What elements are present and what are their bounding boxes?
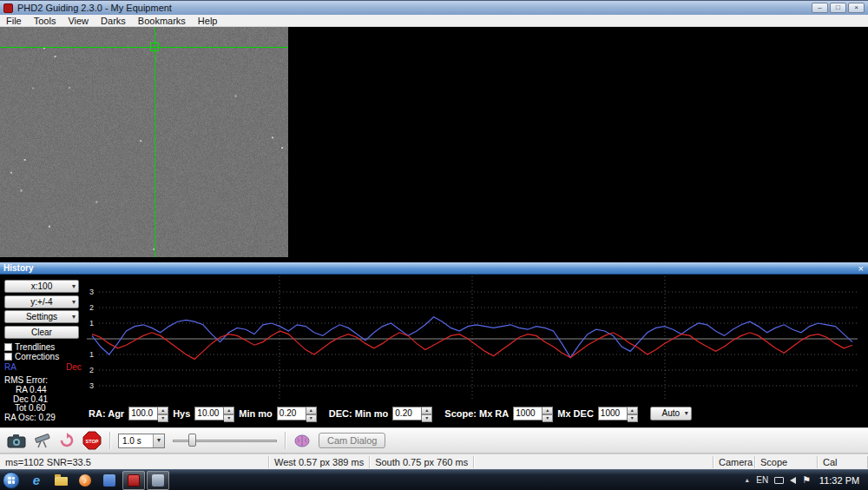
guide-star-lock-box [150, 43, 159, 51]
stop-icon[interactable]: STOP [82, 431, 102, 450]
menu-file[interactable]: File [0, 15, 28, 27]
max-ra-value[interactable]: 1000 [513, 407, 542, 420]
close-button[interactable]: × [848, 3, 865, 13]
guiding-history-graph: 321123 [87, 276, 858, 401]
spin-down-icon[interactable]: ▾ [224, 414, 234, 422]
camera-icon[interactable] [7, 434, 26, 448]
status-scope: Scope [755, 456, 818, 468]
spin-down-icon[interactable]: ▾ [306, 414, 317, 422]
history-caption-bar[interactable]: History × [0, 262, 868, 275]
ra-minmove-value[interactable]: 0.20 [277, 407, 306, 420]
exposure-duration-select[interactable]: 1.0 s ▾ [118, 434, 165, 448]
max-dec-value[interactable]: 1000 [598, 407, 628, 420]
x-scale-dropdown[interactable]: x:100 ▾ [4, 280, 79, 293]
media-player-icon: ♪ [79, 474, 91, 487]
spin-down-icon[interactable]: ▾ [542, 414, 553, 422]
spin-down-icon[interactable]: ▾ [422, 414, 432, 422]
hysteresis-value[interactable]: 10.00 [194, 407, 224, 420]
phd2-window: PHD2 Guiding 2.3.0 - My Equipment – □ × … [0, 0, 868, 490]
rms-ra-value: RA 0.44 [16, 385, 47, 394]
gamma-slider[interactable] [173, 433, 277, 448]
taskbar-explorer-button[interactable] [49, 471, 72, 490]
spin-up-icon[interactable]: ▴ [158, 407, 168, 414]
ra-aggression-value[interactable]: 100.0 [128, 407, 158, 420]
brain-icon[interactable] [293, 434, 311, 448]
chevron-down-icon: ▾ [72, 296, 76, 308]
menu-view[interactable]: View [62, 15, 95, 27]
system-tray: ▲ EN ⚑ 11:32 PM [744, 474, 868, 486]
status-south-correction: South 0.75 px 760 ms [370, 456, 474, 468]
menu-tools[interactable]: Tools [28, 15, 62, 27]
chevron-down-icon[interactable]: ▾ [153, 434, 164, 447]
svg-text:3: 3 [89, 288, 94, 296]
menubar: File Tools View Darks Bookmarks Help [0, 15, 868, 27]
network-icon[interactable] [774, 477, 784, 484]
menu-darks[interactable]: Darks [95, 15, 132, 27]
windows-logo-icon [8, 477, 15, 484]
action-center-flag-icon[interactable]: ⚑ [802, 474, 811, 486]
max-dec-spinner[interactable]: 1000 ▴▾ [598, 407, 638, 420]
settings-dropdown[interactable]: Settings ▾ [4, 310, 79, 323]
hysteresis-spinner[interactable]: 10.00 ▴▾ [194, 407, 234, 420]
svg-text:1: 1 [89, 350, 94, 359]
phd2-taskbar-icon [128, 474, 140, 487]
taskbar-app-button[interactable] [98, 471, 121, 490]
trendlines-checkbox[interactable] [4, 343, 12, 351]
x-scale-value: x:100 [31, 281, 52, 291]
spin-up-icon[interactable]: ▴ [224, 407, 234, 414]
corrections-checkbox[interactable] [4, 353, 12, 361]
maximize-button[interactable]: □ [830, 3, 846, 13]
caption-buttons: – □ × [812, 3, 865, 13]
volume-icon[interactable] [790, 477, 796, 484]
svg-text:2: 2 [89, 366, 94, 374]
ra-minmove-label: Min mo [239, 408, 273, 419]
guide-camera-image[interactable] [0, 27, 288, 257]
menu-help[interactable]: Help [192, 15, 224, 27]
start-button[interactable] [3, 472, 20, 489]
dec-minmove-label: DEC: Min mo [329, 408, 388, 419]
dec-mode-dropdown[interactable]: Auto ▾ [650, 407, 692, 420]
dec-minmove-value[interactable]: 0.20 [392, 407, 422, 420]
ra-minmove-spinner[interactable]: 0.20 ▴▾ [277, 407, 317, 420]
dec-mode-value: Auto [662, 408, 681, 418]
loop-exposures-icon[interactable] [59, 433, 75, 448]
spin-up-icon[interactable]: ▴ [422, 407, 432, 414]
history-panel-title: History [0, 263, 33, 273]
history-close-icon[interactable]: × [858, 262, 864, 275]
telescope-icon[interactable] [34, 433, 51, 448]
svg-text:2: 2 [89, 303, 94, 312]
svg-text:1: 1 [89, 319, 94, 328]
menu-bookmarks[interactable]: Bookmarks [132, 15, 192, 27]
trendlines-checkbox-row[interactable]: Trendlines [4, 342, 55, 352]
taskbar-app2-button[interactable] [147, 471, 169, 490]
titlebar[interactable]: PHD2 Guiding 2.3.0 - My Equipment – □ × [0, 0, 868, 15]
scope-maxra-label: Scope: Mx RA [444, 408, 509, 419]
status-west-correction: West 0.57 px 389 ms [269, 456, 370, 468]
windows-taskbar: e ♪ ▲ EN ⚑ 11:32 PM [0, 469, 868, 490]
tray-chevron-icon[interactable]: ▲ [744, 477, 750, 483]
corrections-checkbox-row[interactable]: Corrections [4, 352, 59, 361]
spin-up-icon[interactable]: ▴ [542, 407, 553, 414]
minimize-button[interactable]: – [812, 3, 828, 13]
y-scale-dropdown[interactable]: y:+/-4 ▾ [4, 295, 79, 308]
taskbar-media-button[interactable]: ♪ [74, 471, 96, 490]
taskbar-phd2-button[interactable] [122, 471, 145, 490]
dec-minmove-spinner[interactable]: 0.20 ▴▾ [392, 407, 432, 420]
gamma-slider-handle[interactable] [188, 434, 196, 447]
spin-down-icon[interactable]: ▾ [628, 414, 638, 422]
cam-dialog-button[interactable]: Cam Dialog [319, 433, 385, 448]
ra-aggression-spinner[interactable]: 100.0 ▴▾ [128, 407, 168, 420]
main-camera-view [0, 27, 868, 262]
language-indicator[interactable]: EN [756, 475, 768, 485]
taskbar-clock[interactable]: 11:32 PM [817, 475, 862, 486]
spin-up-icon[interactable]: ▴ [306, 407, 317, 414]
history-plot-svg: 321123 [87, 276, 858, 401]
app-icon [103, 474, 115, 487]
spin-down-icon[interactable]: ▾ [158, 414, 168, 422]
rms-error-label: RMS Error: [4, 375, 48, 385]
taskbar-ie-button[interactable]: e [25, 471, 48, 490]
statusbar: ms=1102 SNR=33.5 West 0.57 px 389 ms Sou… [0, 454, 868, 469]
clear-button[interactable]: Clear [4, 326, 79, 339]
spin-up-icon[interactable]: ▴ [628, 407, 638, 414]
max-ra-spinner[interactable]: 1000 ▴▾ [513, 407, 553, 420]
